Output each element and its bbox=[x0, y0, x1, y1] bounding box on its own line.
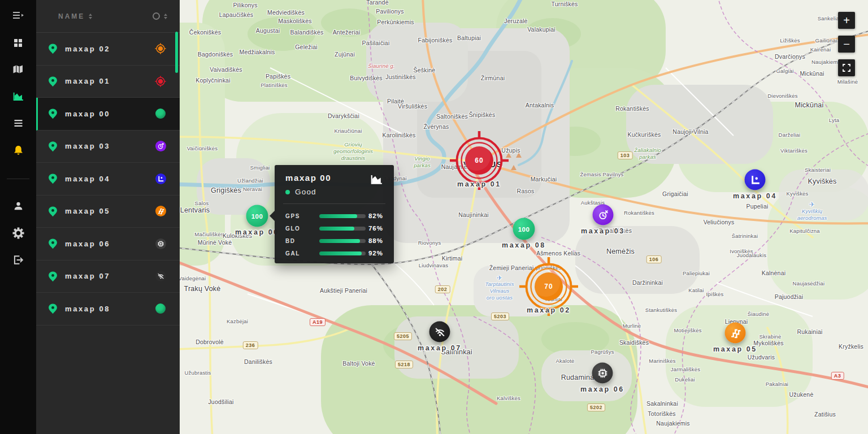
status-sort-icon[interactable] bbox=[164, 14, 167, 19]
marker-label: maxap 01 bbox=[457, 180, 501, 188]
list-scrollbar-thumb[interactable] bbox=[175, 32, 178, 73]
signal-row-GLO: GLO76% bbox=[285, 222, 383, 235]
signal-label: GPS bbox=[285, 213, 310, 219]
signal-list: GPS82%GLO76%BD88%GAL92% bbox=[285, 210, 383, 259]
signal-row-GPS: GPS82% bbox=[285, 210, 383, 222]
fullscreen-icon bbox=[842, 63, 851, 72]
zoom-out-button[interactable]: − bbox=[838, 36, 855, 53]
sidebar-item-map[interactable] bbox=[0, 59, 36, 81]
device-list-header: NAME bbox=[36, 0, 180, 33]
device-name-label: maxap 07 bbox=[65, 272, 155, 280]
zoom-in-button[interactable]: + bbox=[838, 12, 855, 29]
device-row-maxap-04[interactable]: maxap 04 bbox=[36, 163, 180, 196]
marker-label: maxap 06 bbox=[580, 385, 624, 393]
device-row-maxap-01[interactable]: maxap 01 bbox=[36, 66, 180, 98]
tooltip-divider bbox=[283, 203, 385, 204]
user-icon bbox=[13, 201, 24, 212]
fullscreen-button[interactable] bbox=[838, 59, 855, 76]
location-pin-icon bbox=[48, 303, 58, 314]
menu-toggle-button[interactable] bbox=[0, 5, 36, 27]
signal-label: GLO bbox=[285, 225, 310, 232]
signal-label: BD bbox=[285, 238, 310, 244]
marker-label: maxap 04 bbox=[733, 192, 777, 200]
name-column-header[interactable]: NAME bbox=[58, 12, 85, 20]
device-row-maxap-06[interactable]: maxap 06 bbox=[36, 228, 180, 261]
logout-icon bbox=[12, 255, 24, 267]
device-row-maxap-03[interactable]: maxap 03 bbox=[36, 131, 180, 163]
location-pin-icon bbox=[48, 141, 58, 152]
status-column-header-icon[interactable] bbox=[153, 12, 160, 20]
map-canvas[interactable]: VILNIUSPilikonysLapaučiškėsMedviediškėsM… bbox=[180, 0, 868, 434]
signal-bar bbox=[319, 214, 366, 218]
location-pin-icon bbox=[48, 108, 58, 119]
marker-value: 70 bbox=[544, 283, 553, 290]
marker-label: maxap 08 bbox=[502, 241, 546, 249]
sidebar-divider bbox=[7, 179, 29, 179]
marker-label: maxap 02 bbox=[527, 306, 571, 314]
status-dot-icon bbox=[285, 190, 290, 194]
sidebar-item-analytics[interactable] bbox=[0, 86, 36, 108]
signal-percent: 88% bbox=[366, 237, 383, 244]
device-name-label: maxap 01 bbox=[65, 77, 155, 85]
tooltip-device-name: maxap 00 bbox=[285, 173, 331, 183]
location-pin-icon bbox=[48, 206, 58, 217]
timer-off-icon bbox=[593, 205, 614, 225]
target-status-icon bbox=[155, 43, 166, 54]
marker-label: maxap 07 bbox=[418, 344, 462, 352]
wifi-off-icon bbox=[155, 271, 166, 282]
gear-icon bbox=[12, 227, 24, 241]
device-row-maxap-07[interactable]: maxap 07 bbox=[36, 261, 180, 293]
sidebar-item-user[interactable] bbox=[0, 196, 36, 218]
signal-percent: 76% bbox=[366, 225, 383, 232]
signal-bar bbox=[319, 251, 366, 255]
stairs-icon bbox=[155, 206, 166, 217]
device-name-label: maxap 05 bbox=[65, 207, 155, 215]
marker-label: maxap 03 bbox=[581, 227, 625, 235]
device-row-maxap-00[interactable]: maxap 00 bbox=[36, 98, 180, 131]
chip-icon bbox=[592, 363, 613, 384]
logout-button[interactable] bbox=[0, 249, 36, 272]
signal-label: GAL bbox=[285, 250, 310, 257]
device-row-maxap-05[interactable]: maxap 05 bbox=[36, 196, 180, 228]
chip-icon bbox=[155, 238, 166, 249]
map-icon bbox=[12, 64, 24, 76]
bell-icon bbox=[12, 145, 24, 157]
location-pin-icon bbox=[48, 43, 58, 54]
name-sort-icon[interactable] bbox=[89, 14, 92, 19]
location-pin-icon bbox=[48, 271, 58, 282]
device-list-panel: NAME maxap 02maxap 01maxap 00maxap 03max… bbox=[36, 0, 180, 434]
sidebar-item-alerts[interactable] bbox=[0, 140, 36, 162]
sidebar-item-settings[interactable] bbox=[0, 223, 36, 245]
sidebar-item-dashboard[interactable] bbox=[0, 32, 36, 55]
device-row-maxap-02[interactable]: maxap 02 bbox=[36, 33, 180, 66]
device-name-label: maxap 03 bbox=[65, 142, 155, 150]
location-pin-icon bbox=[48, 173, 58, 184]
device-name-label: maxap 04 bbox=[65, 175, 155, 183]
device-tooltip: maxap 00 Good GPS82%GLO76%BD88%GAL92% bbox=[275, 165, 394, 263]
signal-row-GAL: GAL92% bbox=[285, 247, 383, 259]
marker-label: maxap 00 bbox=[235, 228, 279, 236]
chart-axis-icon bbox=[155, 173, 166, 184]
icon-sidebar bbox=[0, 0, 36, 434]
marker-value: 100 bbox=[513, 218, 535, 240]
marker-value: 100 bbox=[246, 205, 268, 227]
location-pin-icon bbox=[48, 238, 58, 249]
marker-label: maxap 05 bbox=[713, 345, 757, 353]
area-chart-icon[interactable] bbox=[370, 174, 383, 185]
menu-expand-icon bbox=[12, 11, 24, 21]
signal-percent: 82% bbox=[366, 212, 383, 219]
device-list: maxap 02maxap 01maxap 00maxap 03maxap 04… bbox=[36, 33, 180, 326]
marker-value: 60 bbox=[475, 157, 483, 164]
tooltip-arrow bbox=[270, 211, 275, 221]
device-row-maxap-08[interactable]: maxap 08 bbox=[36, 293, 180, 326]
device-name-label: maxap 02 bbox=[65, 45, 155, 53]
list-icon bbox=[13, 119, 24, 129]
signal-percent: 92% bbox=[366, 250, 383, 257]
wifi-off-icon bbox=[429, 322, 450, 342]
target-status-icon bbox=[155, 76, 166, 87]
timer-off-icon bbox=[155, 141, 166, 152]
signal-bar bbox=[319, 227, 366, 231]
dashboard-grid-icon bbox=[13, 38, 23, 50]
sidebar-item-list[interactable] bbox=[0, 112, 36, 135]
device-name-label: maxap 00 bbox=[65, 110, 155, 118]
